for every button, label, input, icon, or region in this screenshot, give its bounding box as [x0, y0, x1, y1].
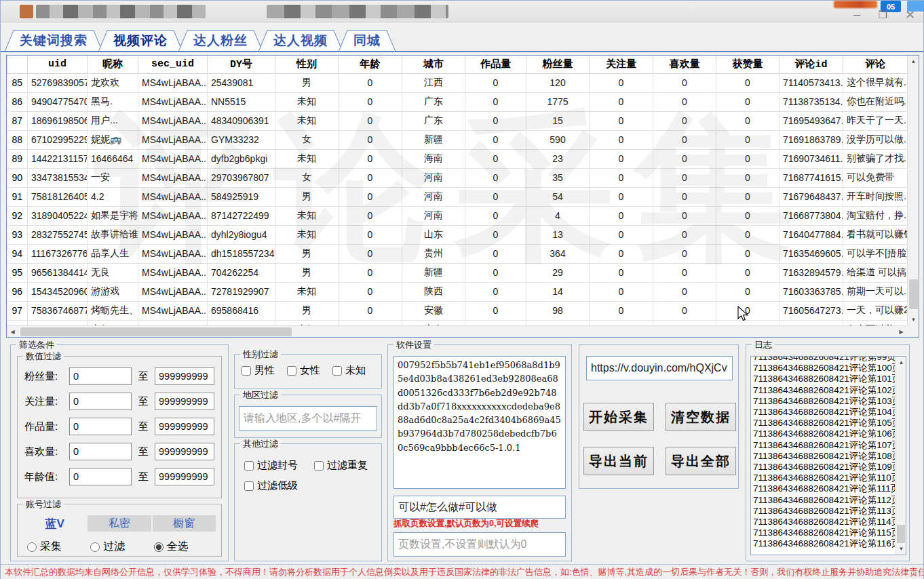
minimize-button[interactable]: ─ [853, 9, 861, 21]
fans-max-input[interactable] [155, 367, 214, 385]
radio-input[interactable] [154, 542, 163, 552]
cell: 0 [465, 130, 526, 149]
radio-input[interactable] [90, 542, 100, 552]
checkbox-input[interactable] [242, 366, 251, 376]
log-scroll-down-icon[interactable]: ▼ [896, 543, 906, 555]
likes-max-input[interactable] [155, 443, 214, 460]
cell: 71640477884... [779, 225, 843, 244]
scroll-up-arrow-icon[interactable]: ▲ [908, 56, 919, 67]
checkbox-input[interactable] [287, 366, 296, 376]
checkbox-input[interactable] [244, 461, 254, 471]
table-row[interactable]: 8552769839057龙欢欢MS4wLjABAA...25439081男0江… [7, 73, 908, 92]
vertical-scroll-thumb[interactable] [909, 279, 918, 309]
close-button[interactable]: ✕ [905, 9, 915, 21]
radio-input[interactable] [27, 542, 37, 552]
male-checkbox[interactable]: 男性 [242, 364, 275, 377]
tab-influencer-fans[interactable]: 达人粉丝 [178, 30, 263, 51]
column-header[interactable]: 关注量 [590, 56, 653, 73]
age-min-input[interactable] [69, 468, 132, 485]
column-header[interactable]: sec_uid [138, 56, 208, 73]
column-header[interactable]: 昵称 [88, 56, 138, 73]
scroll-right-arrow-icon[interactable]: ▶ [896, 326, 907, 338]
tab-video-comments[interactable]: 视频评论 [98, 30, 182, 51]
column-header[interactable]: uid [28, 56, 88, 73]
export-current-button[interactable]: 导出当前 [583, 447, 654, 475]
fans-min-input[interactable] [69, 367, 132, 385]
column-header[interactable]: 年龄 [339, 56, 402, 73]
table-row[interactable]: 8718696198506...用户...MS4wLjABAA...483409… [7, 111, 908, 130]
private-toggle[interactable]: 私密 [88, 515, 151, 532]
tab-same-city[interactable]: 同城 [339, 30, 396, 51]
filter-duplicate-checkbox[interactable]: 过滤重复 [314, 459, 368, 472]
log-entry: 7113864346882608421评论第114页 [753, 517, 895, 527]
token-textarea[interactable]: 007952f5b5b741eb1ef95068a8d1b95e4d03b8a4… [393, 356, 566, 489]
table-horizontal-scrollbar[interactable]: ◀ ▶ [7, 325, 907, 337]
maximize-button[interactable]: ❐ [878, 9, 887, 21]
start-collect-button[interactable]: 开始采集 [583, 403, 654, 431]
scroll-left-arrow-icon[interactable]: ◀ [7, 326, 18, 338]
table-row[interactable]: 8694904775470黑马.MS4wLjABAA...NN5515未知0广东… [7, 92, 908, 111]
checkbox-input[interactable] [314, 461, 324, 471]
table-row[interactable]: 91758181264054.2MS4wLjABAA...584925919男0… [7, 187, 908, 206]
tab-influencer-videos[interactable]: 达人视频 [258, 30, 343, 51]
collect-radio[interactable]: 采集 [27, 540, 90, 554]
cell: 妮妮🚌 [88, 130, 138, 149]
video-url-input[interactable] [586, 356, 733, 380]
age-max-input[interactable] [155, 468, 214, 485]
log-scrollbar[interactable]: ▲ ▼ [896, 357, 906, 555]
column-header[interactable]: 获赞量 [716, 56, 779, 73]
column-header[interactable]: 喜欢量 [653, 56, 716, 73]
female-checkbox[interactable]: 女性 [287, 364, 320, 377]
column-header[interactable]: 性别 [275, 56, 339, 73]
export-all-button[interactable]: 导出全部 [666, 447, 736, 475]
cell: 98 [526, 301, 590, 320]
table-row[interactable]: 9328327552745...故事讲给谁听MS4wLjABAA...dyhl2… [7, 225, 908, 244]
filter-banned-checkbox[interactable]: 过滤封号 [244, 459, 298, 472]
table-row[interactable]: 9615434520960...游游戏MS4wLjABAA...72781929… [7, 282, 908, 301]
table-vertical-scrollbar[interactable]: ▲ ▼ [907, 56, 919, 325]
filter-lowlevel-checkbox[interactable]: 过滤低级 [244, 479, 298, 492]
clear-data-button[interactable]: 清空数据 [666, 403, 736, 431]
filter-radio[interactable]: 过滤 [90, 540, 153, 554]
table-row[interactable]: 8914422131157...16466464MS4wLjABAA...dyf… [7, 149, 908, 168]
table-row[interactable]: 9033473815534...一安MS4wLjABAA...297039678… [7, 168, 908, 187]
follows-max-input[interactable] [155, 393, 214, 410]
unknown-checkbox[interactable]: 未知 [332, 364, 366, 377]
cell: MS4wLjABAA... [138, 301, 208, 320]
row-number: 85 [7, 73, 28, 92]
log-listbox[interactable]: 7113864346882608421评论第99页711386434688260… [750, 356, 906, 555]
region-input[interactable] [239, 406, 377, 431]
page-count-input[interactable] [393, 532, 566, 557]
log-scroll-up-icon[interactable]: ▲ [896, 357, 906, 368]
cell: MS4wLjABAA... [138, 111, 208, 130]
checkbox-input[interactable] [332, 366, 342, 376]
table-row[interactable]: 9775836746877烤蛎先生、(...MS4wLjABAA...69586… [7, 301, 908, 320]
checkbox-input[interactable] [244, 481, 254, 491]
cell: NN5515 [208, 92, 275, 111]
showcase-toggle[interactable]: 橱窗 [153, 515, 216, 532]
follows-min-input[interactable] [69, 393, 132, 410]
table-row[interactable]: 9411167326776...品享人生MS4wLjABAA...dh15185… [7, 244, 908, 263]
likes-min-input[interactable] [69, 443, 132, 460]
works-min-input[interactable] [69, 418, 132, 435]
column-header[interactable]: 评论 [843, 56, 908, 73]
tab-keyword-search[interactable]: 关键词搜索 [5, 30, 102, 51]
column-header[interactable]: 评论id [779, 56, 843, 73]
log-scroll-thumb[interactable] [897, 525, 905, 544]
table-row[interactable]: 9596561384414无良MS4wLjABAA...704262254男0新… [7, 263, 908, 282]
table-row[interactable]: 9231890405224...如果是宇将军...MS4wLjABAA...87… [7, 206, 908, 225]
keyword-input[interactable] [393, 496, 566, 519]
horizontal-scroll-thumb[interactable] [20, 327, 292, 336]
table-row[interactable]: 8867102995229妮妮🚌MS4wLjABAA...GYM33232女0新… [7, 130, 908, 149]
blue-v-toggle[interactable]: 蓝V [23, 515, 86, 532]
filter-conditions-title: 筛选条件 [16, 339, 57, 351]
select-all-radio[interactable]: 全选 [154, 540, 217, 554]
works-max-input[interactable] [155, 418, 214, 435]
column-header[interactable]: DY号 [208, 56, 275, 73]
column-header[interactable]: 粉丝量 [526, 56, 590, 73]
column-header[interactable]: 城市 [402, 56, 465, 73]
column-header[interactable]: 作品量 [465, 56, 526, 73]
cell: 0 [339, 92, 402, 111]
row-number: 86 [7, 92, 28, 111]
scroll-down-arrow-icon[interactable]: ▼ [908, 314, 919, 325]
